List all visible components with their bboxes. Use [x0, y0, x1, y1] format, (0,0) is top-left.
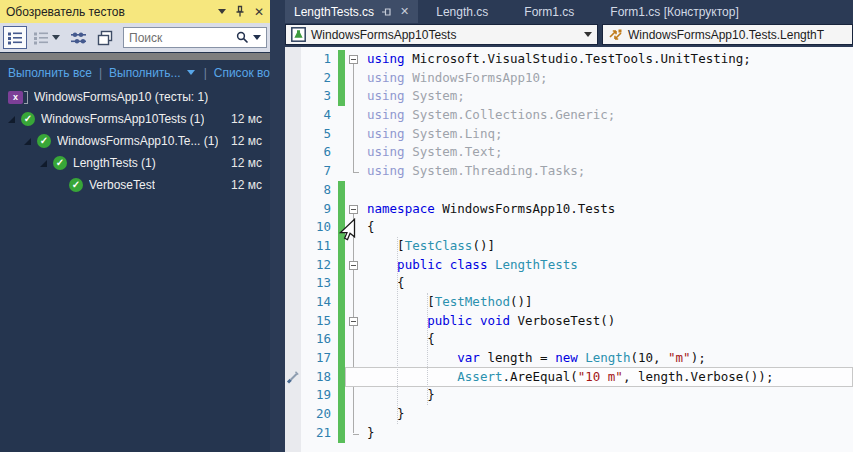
- tab-label: LengthTests.cs: [294, 5, 374, 19]
- chevron-down-icon[interactable]: [187, 70, 195, 75]
- test-tree-row[interactable]: ✓LengthTests (1)12 мс: [0, 152, 270, 174]
- hierarchy-list-button[interactable]: [3, 26, 27, 49]
- run-link-0[interactable]: Выполнить все: [8, 66, 92, 80]
- line-number: 4: [301, 106, 338, 125]
- editor-pane: LengthTests.cs✕Length.csForm1.csForm1.cs…: [285, 0, 853, 452]
- test-explorer-toolbar: [0, 23, 270, 52]
- test-explorer-title-bar: Обозреватель тестов ✕: [0, 0, 270, 23]
- member-dropdown-label: WindowsFormsApp10.Tests.LengthT: [628, 28, 824, 42]
- test-duration: 12 мс: [231, 112, 262, 126]
- test-passed-icon: ✓: [37, 134, 51, 148]
- line-number: 13: [301, 274, 338, 293]
- code-editor[interactable]: 123456789101112131415161718192021 using …: [285, 47, 853, 452]
- line-number: 5: [301, 125, 338, 144]
- code-line[interactable]: using System.Linq;: [367, 125, 773, 144]
- line-number: 6: [301, 143, 338, 162]
- glyph-margin[interactable]: [285, 47, 301, 452]
- tab-form1-cs-[interactable]: Form1.cs [Конструктор]: [592, 0, 756, 23]
- project-label: WindowsFormsApp10 (тесты: 1): [34, 90, 208, 104]
- code-line[interactable]: {: [367, 274, 773, 293]
- tab-label: Form1.cs [Конструктор]: [610, 5, 738, 19]
- line-number: 21: [301, 424, 338, 443]
- test-tree-row[interactable]: ✓VerboseTest12 мс: [0, 174, 270, 196]
- search-options-icon[interactable]: [253, 35, 261, 40]
- expander-icon[interactable]: [24, 138, 31, 145]
- code-line[interactable]: [TestMethod()]: [367, 293, 773, 312]
- cascade-windows-icon: [97, 30, 113, 46]
- chevron-down-icon: [52, 35, 60, 40]
- line-number: 11: [301, 237, 338, 256]
- expander-icon[interactable]: [8, 116, 15, 123]
- line-number: 1: [301, 50, 338, 69]
- code-line[interactable]: using System.Text;: [367, 143, 773, 162]
- code-line[interactable]: }: [367, 386, 773, 405]
- chevron-down-icon: [584, 32, 592, 37]
- tab-lengthtests-cs[interactable]: LengthTests.cs✕: [285, 0, 418, 23]
- pin-icon[interactable]: [235, 5, 245, 18]
- vs-project-icon: x: [8, 91, 23, 104]
- member-dropdown[interactable]: WindowsFormsApp10.Tests.LengthT: [602, 24, 853, 45]
- line-number-column: 123456789101112131415161718192021: [301, 50, 338, 442]
- fold-collapse-box[interactable]: [349, 317, 358, 326]
- code-line[interactable]: {: [367, 330, 773, 349]
- code-text[interactable]: using Microsoft.VisualStudio.TestTools.U…: [363, 50, 773, 442]
- code-line[interactable]: }: [367, 424, 773, 443]
- run-link-2[interactable]: Список во: [214, 66, 270, 80]
- fold-collapse-box[interactable]: [349, 55, 358, 64]
- test-label: WindowsFormsApp10Tests (1): [41, 112, 204, 126]
- code-line[interactable]: var length = new Length(10, "m");: [367, 349, 773, 368]
- code-line[interactable]: Assert.AreEqual("10 m", length.Verbose()…: [367, 368, 773, 387]
- test-label: LengthTests (1): [73, 156, 156, 170]
- vs-window: Обозреватель тестов ✕: [0, 0, 853, 452]
- group-by-button[interactable]: [29, 26, 64, 49]
- search-input[interactable]: [124, 31, 231, 45]
- navigation-bar: WindowsFormsApp10Tests WindowsFormsApp10…: [285, 23, 853, 47]
- close-icon[interactable]: ✕: [254, 6, 264, 18]
- code-line[interactable]: using WindowsFormsApp10;: [367, 69, 773, 88]
- test-explorer-panel: Обозреватель тестов ✕: [0, 0, 270, 452]
- class-icon: [608, 28, 623, 42]
- filter-lines-icon: [70, 30, 87, 46]
- code-line[interactable]: using System.Collections.Generic;: [367, 106, 773, 125]
- link-separator: |: [204, 66, 207, 80]
- code-line[interactable]: namespace WindowsFormsApp10.Tests: [367, 200, 773, 219]
- line-number: 8: [301, 181, 338, 200]
- tab-length-cs[interactable]: Length.cs: [418, 0, 506, 23]
- tab-form1-cs[interactable]: Form1.cs: [506, 0, 592, 23]
- code-line[interactable]: {: [367, 218, 773, 237]
- code-line[interactable]: using Microsoft.VisualStudio.TestTools.U…: [367, 50, 773, 69]
- code-line[interactable]: public void VerboseTest(): [367, 312, 773, 331]
- mouse-cursor-icon: [338, 218, 358, 244]
- line-number: 3: [301, 87, 338, 106]
- test-passed-icon: ✓: [69, 178, 83, 192]
- run-link-1[interactable]: Выполнить...: [109, 66, 181, 80]
- code-line[interactable]: [TestClass()]: [367, 237, 773, 256]
- line-number: 9: [301, 200, 338, 219]
- line-number: 10: [301, 218, 338, 237]
- test-tree-row[interactable]: ✓WindowsFormsApp10.Te... (1)12 мс: [0, 130, 270, 152]
- filter-lines-button[interactable]: [66, 26, 91, 49]
- project-dropdown[interactable]: WindowsFormsApp10Tests: [285, 24, 598, 45]
- fold-collapse-box[interactable]: [349, 261, 358, 270]
- search-icon[interactable]: [236, 31, 249, 44]
- window-position-icon[interactable]: [218, 9, 226, 14]
- close-icon[interactable]: ✕: [400, 5, 409, 18]
- test-project-row[interactable]: xWindowsFormsApp10 (тесты: 1): [0, 86, 270, 108]
- line-number: 14: [301, 293, 338, 312]
- line-number: 18: [301, 368, 338, 387]
- line-number: 19: [301, 386, 338, 405]
- test-passed-icon: ✓: [21, 112, 35, 126]
- code-line[interactable]: }: [367, 405, 773, 424]
- test-passed-icon: ✓: [53, 156, 67, 170]
- expander-icon[interactable]: [40, 160, 47, 167]
- code-line[interactable]: using System;: [367, 87, 773, 106]
- quick-actions-screwdriver-icon[interactable]: [286, 370, 300, 387]
- code-line[interactable]: using System.Threading.Tasks;: [367, 162, 773, 181]
- code-line[interactable]: [367, 181, 773, 200]
- pin-icon[interactable]: [381, 7, 393, 17]
- test-tree: xWindowsFormsApp10 (тесты: 1)✓WindowsFor…: [0, 86, 270, 452]
- fold-collapse-box[interactable]: [349, 205, 358, 214]
- code-line[interactable]: public class LengthTests: [367, 256, 773, 275]
- cascade-windows-button[interactable]: [93, 26, 117, 49]
- test-tree-row[interactable]: ✓WindowsFormsApp10Tests (1)12 мс: [0, 108, 270, 130]
